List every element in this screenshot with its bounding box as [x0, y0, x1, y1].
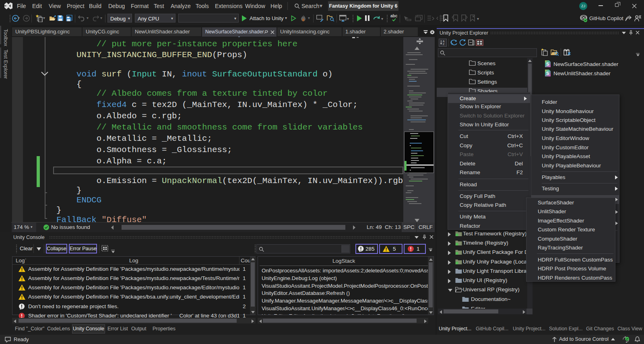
- svg-text:Z: Z: [443, 43, 444, 45]
- svg-text:A: A: [443, 40, 445, 43]
- svg-text:S: S: [546, 71, 549, 76]
- svg-text:S: S: [546, 62, 549, 66]
